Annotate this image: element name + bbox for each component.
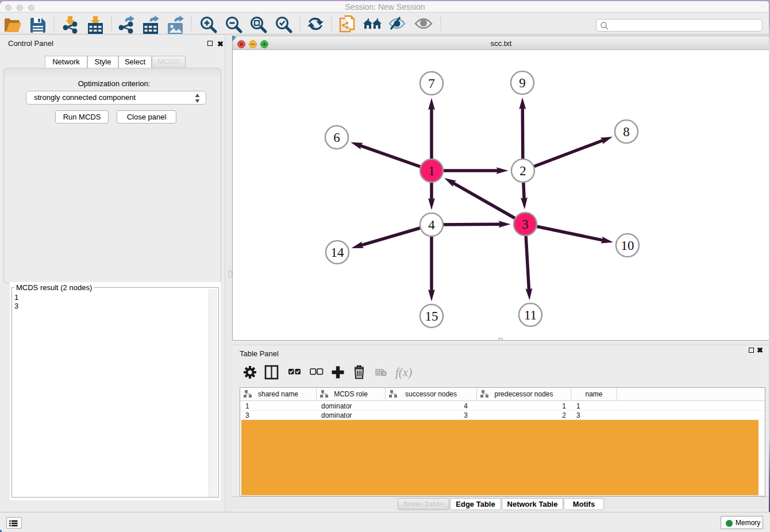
svg-text:4: 4 [428,218,435,232]
svg-text:15: 15 [425,309,438,323]
svg-text:9: 9 [519,76,526,90]
svg-text:f(x): f(x) [395,365,412,379]
svg-text:10: 10 [621,238,634,253]
svg-text:1: 1 [428,164,435,178]
svg-text:6: 6 [333,130,340,145]
svg-text:3: 3 [522,217,529,232]
svg-text:7: 7 [428,76,435,91]
svg-text:2: 2 [519,164,526,178]
svg-text:11: 11 [524,308,537,322]
svg-text:14: 14 [331,245,345,260]
svg-text:8: 8 [623,125,630,139]
